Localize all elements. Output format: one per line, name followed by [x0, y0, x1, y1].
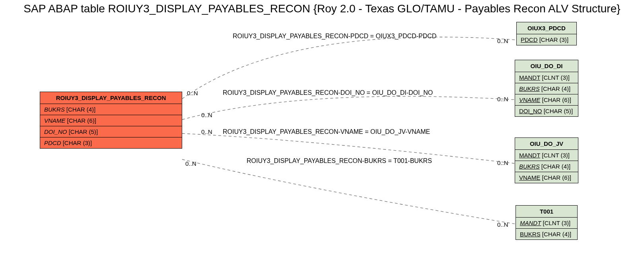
field-row: PDCD [CHAR (3)] [517, 34, 576, 45]
entity-main: ROIUY3_DISPLAY_PAYABLES_RECON BUKRS [CHA… [40, 92, 182, 149]
relation-label: ROIUY3_DISPLAY_PAYABLES_RECON-BUKRS = T0… [247, 157, 432, 165]
field-row: MANDT [CLNT (3)] [516, 218, 577, 229]
entity-oiu-do-di: OIU_DO_DI MANDT [CLNT (3)] BUKRS [CHAR (… [515, 60, 578, 117]
entity-header: OIU_DO_JV [515, 138, 578, 150]
cardinality-right: 0..N [497, 96, 508, 102]
entity-main-header: ROIUY3_DISPLAY_PAYABLES_RECON [40, 92, 182, 104]
cardinality-left: 0..N [201, 112, 212, 118]
field-row: MANDT [CLNT (3)] [515, 150, 578, 161]
entity-oiu-do-jv: OIU_DO_JV MANDT [CLNT (3)] BUKRS [CHAR (… [515, 137, 578, 183]
relation-label: ROIUY3_DISPLAY_PAYABLES_RECON-VNAME = OI… [223, 128, 430, 135]
field-row: BUKRS [CHAR (4)] [516, 229, 577, 239]
entity-t001: T001 MANDT [CLNT (3)] BUKRS [CHAR (4)] [516, 205, 578, 240]
cardinality-left: 0..N [185, 160, 197, 167]
field-row: DOI_NO [CHAR (5)] [515, 106, 578, 116]
cardinality-left: 0..N [201, 128, 212, 135]
field-row: VNAME [CHAR (6)] [515, 172, 578, 183]
field-row: VNAME [CHAR (6)] [515, 94, 578, 106]
field-row: BUKRS [CHAR (4)] [515, 161, 578, 172]
field-row: PDCD [CHAR (3)] [40, 137, 182, 148]
page-title: SAP ABAP table ROIUY3_DISPLAY_PAYABLES_R… [0, 2, 644, 15]
relation-label: ROIUY3_DISPLAY_PAYABLES_RECON-DOI_NO = O… [223, 89, 433, 96]
entity-header: T001 [516, 206, 577, 218]
field-row: VNAME [CHAR (6)] [40, 115, 182, 126]
cardinality-right: 0..N [497, 159, 508, 166]
cardinality-right: 0..N [497, 37, 508, 44]
cardinality-right: 0..N [497, 221, 508, 228]
diagram-stage: { "title": "SAP ABAP table ROIUY3_DISPLA… [0, 0, 644, 259]
relation-label: ROIUY3_DISPLAY_PAYABLES_RECON-PDCD = OIU… [233, 33, 436, 40]
field-row: DOI_NO [CHAR (5)] [40, 126, 182, 137]
field-row: MANDT [CLNT (3)] [515, 72, 578, 83]
field-row: BUKRS [CHAR (4)] [515, 83, 578, 94]
entity-header: OIU_DO_DI [515, 60, 578, 72]
entity-header: OIUX3_PDCD [517, 22, 576, 34]
field-row: BUKRS [CHAR (4)] [40, 104, 182, 115]
entity-oiux3-pdcd: OIUX3_PDCD PDCD [CHAR (3)] [516, 22, 577, 45]
cardinality-left: 0..N [187, 90, 198, 96]
